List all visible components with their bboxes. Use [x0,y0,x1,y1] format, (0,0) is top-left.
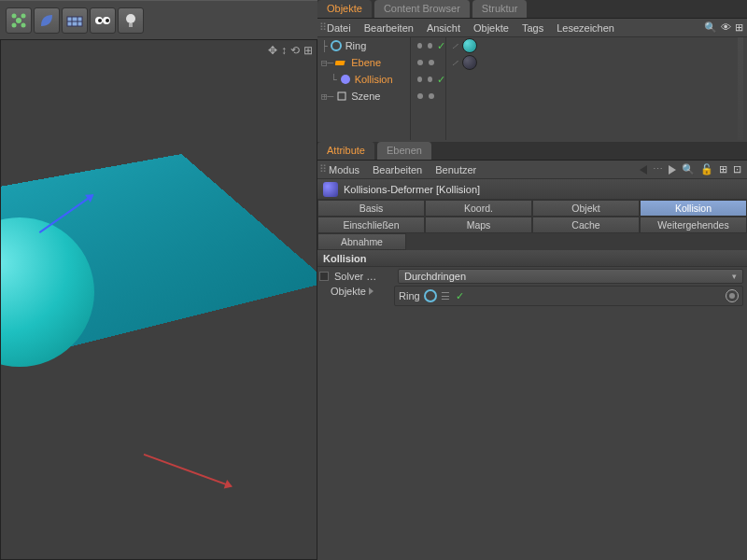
menu-datei[interactable]: Datei [327,22,351,34]
enabled-check[interactable]: ✓ [437,74,445,86]
param-objekte: Objekte Ring ☰ ✓ [317,286,747,310]
section-kollision: Kollision [317,250,747,267]
proptab-einschliessen[interactable]: Einschließen [317,217,425,233]
menu-tags[interactable]: Tags [522,22,543,34]
material-tag[interactable] [462,38,477,53]
menu-lesezeichen[interactable]: Lesezeichen [557,22,614,34]
rotate-icon[interactable]: ⟲ [290,44,300,57]
bars-icon: ☰ [441,290,450,302]
menu-modus[interactable]: Modus [329,164,359,175]
svg-point-2 [21,13,26,18]
viewport[interactable]: ✥ ↕ ⟲ ⊞ [0,39,317,560]
vis-dot[interactable] [428,77,432,82]
atom-tool-button[interactable] [6,7,32,34]
expand-icon[interactable]: ⊞ [735,21,743,34]
x-axis [144,454,233,487]
ring-icon [424,289,437,302]
tree-item-szene[interactable]: ⊞─ Szene [317,88,410,105]
svg-point-17 [341,75,350,84]
search-icon[interactable]: 🔍 [704,21,717,34]
vis-dot[interactable] [417,93,423,99]
tree-item-ring[interactable]: ├ Ring [317,37,410,54]
object-tree: ├ Ring ⊟─ Ebene └ Kollision ⊞─ Szene ✓ [317,37,747,140]
proptab-koord[interactable]: Koord. [425,200,532,217]
deformer-icon [323,182,338,197]
param-solver: Solver … Durchdringen [317,267,747,286]
menu-bearbeiten[interactable]: Bearbeiten [373,164,422,175]
param-anim-toggle[interactable] [319,272,329,281]
svg-point-0 [16,18,21,23]
history-forward-icon[interactable] [669,165,676,175]
svg-point-15 [331,41,341,50]
svg-point-11 [98,19,102,22]
vis-dot[interactable] [417,77,422,82]
tree-tags-column: ⟋ ⟋ [446,37,747,140]
eyes-tool-button[interactable] [90,7,116,34]
viewport-nav-tools: ✥ ↕ ⟲ ⊞ [268,44,313,57]
grip-icon[interactable]: ⠿ [319,21,327,34]
svg-point-3 [12,22,17,27]
lock-icon[interactable]: 🔓 [700,163,713,175]
tree-item-ebene[interactable]: ⊟─ Ebene [317,54,410,71]
bulb-tool-button[interactable] [118,7,144,34]
tree-item-kollision[interactable]: └ Kollision [317,71,410,88]
objekte-link-field[interactable]: Ring ☰ ✓ [394,286,743,306]
vis-dot[interactable] [428,43,432,49]
tab-attribute[interactable]: Attribute [317,142,375,160]
eye-icon[interactable]: 👁 [721,21,731,34]
phong-tag-icon[interactable]: ⟋ [450,57,460,68]
material-tag[interactable] [462,55,477,70]
solver-dropdown[interactable]: Durchdringen [398,269,743,284]
deformer-icon [339,73,352,86]
menu-benutzer[interactable]: Benutzer [435,164,476,175]
menu-ansicht[interactable]: Ansicht [427,22,460,34]
attribute-header: Kollisions-Deformer [Kollision] [317,179,747,200]
expand-icon[interactable]: ⊡ [733,163,741,175]
proptab-objekt[interactable]: Objekt [532,200,640,217]
vis-dot[interactable] [417,43,422,49]
svg-rect-18 [338,92,345,100]
vis-dot[interactable] [429,93,434,99]
menu-bearbeiten[interactable]: Bearbeiten [364,22,414,34]
maximize-icon[interactable]: ⊞ [303,44,313,57]
objekte-label: Objekte [329,286,394,297]
plane-icon [335,56,348,69]
enabled-check[interactable]: ✓ [456,290,464,302]
grip-icon[interactable]: ⠿ [319,163,327,175]
proptab-basis[interactable]: Basis [317,200,425,217]
null-icon [335,90,348,103]
svg-rect-14 [129,23,133,27]
picker-icon[interactable] [726,289,739,302]
new-window-icon[interactable]: ⊞ [719,163,727,175]
tab-ebenen[interactable]: Ebenen [377,142,432,160]
tree-names-column: ├ Ring ⊟─ Ebene └ Kollision ⊞─ Szene [317,37,411,140]
enabled-check[interactable]: ✓ [437,40,445,52]
proptab-maps[interactable]: Maps [425,217,532,233]
pan-icon[interactable]: ✥ [268,44,277,57]
vis-dot[interactable] [429,60,434,65]
history-back-icon[interactable] [640,165,647,175]
proptab-weitergehendes[interactable]: Weitergehendes [640,217,747,233]
attribute-manager-tabs: Attribute Ebenen [317,142,747,161]
search-icon[interactable]: 🔍 [682,163,695,175]
proptab-cache[interactable]: Cache [532,217,640,233]
history-icon[interactable]: ⋯ [653,163,663,175]
attribute-title: Kollisions-Deformer [Kollision] [344,184,480,195]
grid-tool-button[interactable] [62,7,88,34]
proptab-abnahme[interactable]: Abnahme [317,233,406,250]
property-tabs: Basis Koord. Objekt Kollision Einschließ… [317,200,747,250]
attribute-menu: ⠿ Modus Bearbeiten Benutzer ⋯ 🔍 🔓 ⊞ ⊡ [317,161,747,179]
proptab-kollision[interactable]: Kollision [640,200,747,217]
tree-visibility-column: ✓ ✓ [411,37,446,140]
vis-dot[interactable] [417,60,423,65]
tab-content-browser[interactable]: Content Browser [374,0,471,18]
svg-point-4 [21,22,26,27]
tab-objekte[interactable]: Objekte [317,0,373,18]
tree-scrollbar[interactable] [738,37,743,140]
zoom-icon[interactable]: ↕ [281,44,287,57]
menu-objekte[interactable]: Objekte [473,22,509,34]
svg-rect-16 [335,61,345,65]
phong-tag-icon[interactable]: ⟋ [450,40,460,51]
leaf-tool-button[interactable] [34,7,60,34]
tab-struktur[interactable]: Struktur [472,0,529,18]
